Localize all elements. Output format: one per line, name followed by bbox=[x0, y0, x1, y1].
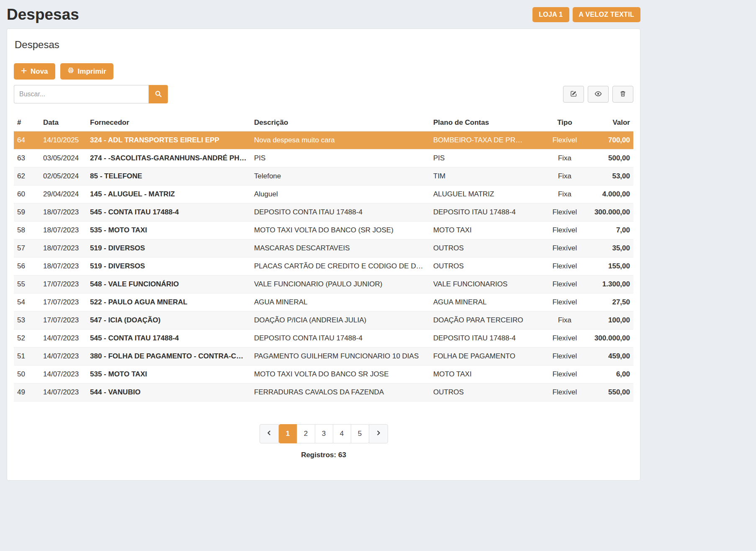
column-header-type: Tipo bbox=[540, 114, 590, 131]
cell-id: 55 bbox=[14, 276, 40, 294]
cell-supplier: 519 - DIVERSOS bbox=[87, 257, 251, 276]
cell-plan: DEPOSITO ITAU 17488-4 bbox=[430, 330, 540, 348]
table-row[interactable]: 6029/04/2024145 - ALUGUEL - MATRIZAlugue… bbox=[14, 185, 633, 203]
company-button[interactable]: A VELOZ TEXTIL bbox=[573, 7, 641, 22]
cell-value: 27,50 bbox=[590, 294, 633, 312]
cell-supplier: 535 - MOTO TAXI bbox=[87, 221, 251, 239]
table-row[interactable]: 5417/07/2023522 - PAULO AGUA MNERALAGUA … bbox=[14, 294, 633, 312]
cell-value: 7,00 bbox=[590, 221, 633, 239]
cell-description: DEPOSITO CONTA ITAU 17488-4 bbox=[251, 203, 430, 221]
cell-description: PLACAS CARTÃO DE CREDITO E CODIGO DE DEF… bbox=[251, 257, 430, 276]
table-row[interactable]: 6414/10/2025324 - ADL TRANSPORTES EIRELI… bbox=[14, 131, 633, 149]
cell-date: 14/10/2025 bbox=[40, 131, 87, 149]
column-header-date: Data bbox=[40, 114, 87, 131]
print-label: Imprimir bbox=[78, 67, 106, 76]
cell-id: 59 bbox=[14, 203, 40, 221]
cell-description: PIS bbox=[251, 149, 430, 167]
table-row[interactable]: 6303/05/2024274 - -SACOLITAS-GARANHUNS-A… bbox=[14, 149, 633, 167]
cell-value: 35,00 bbox=[590, 239, 633, 257]
pagination-wrap: 12345 bbox=[14, 424, 633, 443]
table-row[interactable]: 5317/07/2023547 - ICIA (DOAÇÃO)DOAÇÃO P/… bbox=[14, 312, 633, 330]
cell-supplier: 324 - ADL TRANSPORTES EIRELI EPP bbox=[87, 131, 251, 149]
column-header-plan: Plano de Contas bbox=[430, 114, 540, 131]
page-title: Despesas bbox=[7, 6, 79, 23]
table-row[interactable]: 5014/07/2023535 - MOTO TAXIMOTO TAXI VOL… bbox=[14, 366, 633, 384]
cell-plan: MOTO TAXI bbox=[430, 366, 540, 384]
cell-date: 03/05/2024 bbox=[40, 149, 87, 167]
cell-id: 54 bbox=[14, 294, 40, 312]
toolbar: Nova Imprimir bbox=[14, 63, 633, 80]
cell-date: 17/07/2023 bbox=[40, 312, 87, 330]
cell-id: 58 bbox=[14, 221, 40, 239]
cell-id: 63 bbox=[14, 149, 40, 167]
cell-description: FERRADURAS CAVALOS DA FAZENDA bbox=[251, 384, 430, 402]
cell-plan: FOLHA DE PAGAMENTO bbox=[430, 348, 540, 366]
cell-date: 29/04/2024 bbox=[40, 185, 87, 203]
store-button[interactable]: LOJA 1 bbox=[532, 7, 569, 22]
cell-plan: OUTROS bbox=[430, 384, 540, 402]
delete-button[interactable] bbox=[612, 86, 633, 103]
search-input[interactable] bbox=[14, 85, 149, 103]
cell-type: Flexível bbox=[540, 294, 590, 312]
cell-value: 1.300,00 bbox=[590, 276, 633, 294]
pagination-page-2[interactable]: 2 bbox=[297, 424, 315, 443]
cell-type: Fixa bbox=[540, 167, 590, 185]
cell-description: Nova despesa muito cara bbox=[251, 131, 430, 149]
cell-value: 500,00 bbox=[590, 149, 633, 167]
cell-date: 14/07/2023 bbox=[40, 366, 87, 384]
column-header-supplier: Fornecedor bbox=[87, 114, 251, 131]
pagination-page-5[interactable]: 5 bbox=[351, 424, 369, 443]
cell-supplier: 545 - CONTA ITAU 17488-4 bbox=[87, 330, 251, 348]
cell-id: 64 bbox=[14, 131, 40, 149]
cell-value: 300.000,00 bbox=[590, 203, 633, 221]
cell-plan: VALE FUNCIONARIOS bbox=[430, 276, 540, 294]
cell-type: Flexível bbox=[540, 239, 590, 257]
cell-id: 50 bbox=[14, 366, 40, 384]
cell-id: 49 bbox=[14, 384, 40, 402]
cell-type: Flexível bbox=[540, 330, 590, 348]
table-row[interactable]: 5818/07/2023535 - MOTO TAXIMOTO TAXI VOL… bbox=[14, 221, 633, 239]
expenses-table: # Data Fornecedor Descrição Plano de Con… bbox=[14, 114, 633, 402]
cell-plan: TIM bbox=[430, 167, 540, 185]
new-expense-button[interactable]: Nova bbox=[14, 63, 55, 80]
cell-supplier: 535 - MOTO TAXI bbox=[87, 366, 251, 384]
cell-value: 4.000,00 bbox=[590, 185, 633, 203]
cell-date: 17/07/2023 bbox=[40, 294, 87, 312]
print-button[interactable]: Imprimir bbox=[60, 63, 113, 80]
table-row[interactable]: 5718/07/2023519 - DIVERSOSMASCARAS DESCA… bbox=[14, 239, 633, 257]
new-expense-label: Nova bbox=[31, 67, 48, 76]
table-row[interactable]: 5918/07/2023545 - CONTA ITAU 17488-4DEPO… bbox=[14, 203, 633, 221]
view-button[interactable] bbox=[588, 86, 609, 103]
cell-date: 17/07/2023 bbox=[40, 276, 87, 294]
cell-plan: DOAÇÃO PARA TERCEIRO bbox=[430, 312, 540, 330]
cell-type: Flexível bbox=[540, 348, 590, 366]
table-row[interactable]: 6202/05/202485 - TELEFONETelefoneTIMFixa… bbox=[14, 167, 633, 185]
cell-supplier: 274 - -SACOLITAS-GARANHUNS-ANDRÉ PH… bbox=[87, 149, 251, 167]
pagination-prev[interactable] bbox=[260, 424, 279, 443]
cell-description: AGUA MINERAL bbox=[251, 294, 430, 312]
cell-value: 53,00 bbox=[590, 167, 633, 185]
edit-button[interactable] bbox=[563, 86, 584, 103]
table-row[interactable]: 5517/07/2023548 - VALE FUNCIONÁRIOVALE F… bbox=[14, 276, 633, 294]
table-row[interactable]: 5618/07/2023519 - DIVERSOSPLACAS CARTÃO … bbox=[14, 257, 633, 276]
edit-icon bbox=[570, 90, 577, 98]
cell-plan: ALUGUEL MATRIZ bbox=[430, 185, 540, 203]
pagination-page-4[interactable]: 4 bbox=[333, 424, 351, 443]
table-row[interactable]: 5214/07/2023545 - CONTA ITAU 17488-4DEPO… bbox=[14, 330, 633, 348]
expenses-table-body: 6414/10/2025324 - ADL TRANSPORTES EIRELI… bbox=[14, 131, 633, 402]
search-icon bbox=[154, 90, 162, 99]
cell-type: Fixa bbox=[540, 149, 590, 167]
column-header-id: # bbox=[14, 114, 40, 131]
cell-plan: BOMBEIRO-TAXA DE PR… bbox=[430, 131, 540, 149]
table-row[interactable]: 4914/07/2023544 - VANUBIOFERRADURAS CAVA… bbox=[14, 384, 633, 402]
pagination-page-1[interactable]: 1 bbox=[279, 424, 297, 443]
cell-plan: AGUA MINERAL bbox=[430, 294, 540, 312]
cell-value: 550,00 bbox=[590, 384, 633, 402]
search-button[interactable] bbox=[149, 85, 168, 103]
printer-icon bbox=[67, 67, 74, 76]
pagination-page-3[interactable]: 3 bbox=[315, 424, 333, 443]
cell-description: MOTO TAXI VOLTA DO BANCO SR JOSE bbox=[251, 366, 430, 384]
table-row[interactable]: 5114/07/2023380 - FOLHA DE PAGAMENTO - C… bbox=[14, 348, 633, 366]
pagination-next[interactable] bbox=[369, 424, 388, 443]
cell-date: 14/07/2023 bbox=[40, 384, 87, 402]
